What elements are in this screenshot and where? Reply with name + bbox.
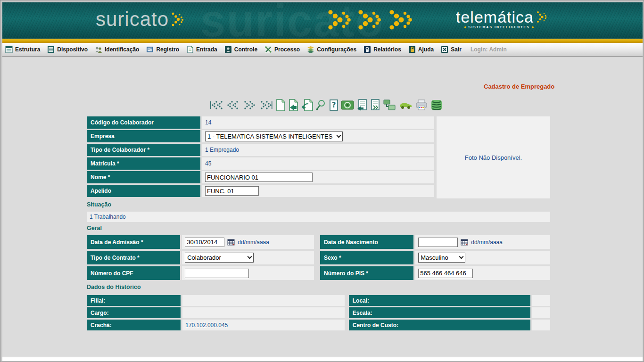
menu-item-label: Dispositivo <box>57 46 88 53</box>
form-row-contrato-sexo: Tipo de Contrato * Colaborador Sexo * Ma… <box>87 251 550 264</box>
dispositivo-icon <box>47 46 55 53</box>
menu-item-relatorios[interactable]: Relatórios <box>363 46 401 53</box>
banner: suricato suricato <box>2 2 643 39</box>
nascimento-label: Data de Nascimento <box>320 235 413 249</box>
vehicle-icon[interactable] <box>398 98 413 112</box>
nome-value-cell <box>202 171 434 183</box>
sexo-select[interactable]: Masculino <box>418 253 465 263</box>
centro-custo-label: Centro de Custo: <box>349 320 530 330</box>
form-row-cracha-centro-custo: Crachá: 170.102.000.045 Centro de Custo: <box>87 320 550 330</box>
menu-item-label: Registro <box>156 46 179 53</box>
footer-strip <box>2 357 643 361</box>
calendar-icon[interactable] <box>461 239 468 246</box>
sair-icon <box>441 46 448 53</box>
nav-first-icon[interactable] <box>209 98 224 112</box>
search-icon[interactable] <box>315 98 327 112</box>
report-edit-icon[interactable] <box>356 98 368 112</box>
menu-item-label: Configurações <box>317 46 356 53</box>
application-window: suricato suricato <box>0 0 644 362</box>
local-value <box>532 295 550 306</box>
escala-value <box>532 307 550 318</box>
ajuda-icon <box>408 46 416 53</box>
nascimento-date-input[interactable] <box>418 238 458 247</box>
nav-last-icon[interactable] <box>258 98 273 112</box>
help-document-icon[interactable]: ? <box>329 98 339 112</box>
menu-item-label: Controle <box>234 46 257 53</box>
suricato-logo-text: suricato <box>96 8 169 31</box>
photo-capture-icon[interactable] <box>341 98 354 112</box>
menu-item-controle[interactable]: Controle <box>224 46 257 53</box>
form-row-empresa: Empresa 1 - TELEMATICA SISTEMAS INTELIGE… <box>87 130 434 142</box>
record-toolbar: ? <box>209 98 443 112</box>
situacao-section-header: Situação <box>87 201 111 208</box>
calendar-icon[interactable] <box>227 239 235 246</box>
empresa-select[interactable]: 1 - TELEMATICA SISTEMAS INTELIGENTES <box>205 132 343 141</box>
nav-next-icon[interactable] <box>242 98 256 112</box>
new-record-icon[interactable] <box>275 98 286 112</box>
tagline-dot-icon <box>464 26 466 28</box>
badge-assign-icon[interactable] <box>383 98 396 112</box>
sexo-value-cell: Masculino <box>415 251 550 264</box>
empresa-label: Empresa <box>87 130 200 142</box>
matricula-label: Matrícula * <box>87 157 200 170</box>
report-forward-icon[interactable] <box>370 98 380 112</box>
tipo-colaborador-value: 1 Empregado <box>202 144 434 156</box>
menu-item-ajuda[interactable]: Ajuda <box>408 46 434 53</box>
print-icon[interactable] <box>415 98 428 112</box>
pis-input[interactable] <box>418 269 473 278</box>
report-list-icon[interactable] <box>430 98 443 112</box>
nome-input[interactable] <box>205 173 313 182</box>
local-label: Local: <box>349 295 530 306</box>
menu-item-entrada[interactable]: Entrada <box>186 46 217 53</box>
escala-label: Escala: <box>349 307 530 318</box>
menu-item-sair[interactable]: Sair <box>441 46 462 53</box>
cpf-value-cell <box>182 266 314 280</box>
form-row-cpf-pis: Número do CPF Número do PIS * <box>87 266 550 280</box>
menu-item-identificacao[interactable]: Identificação <box>95 46 139 53</box>
menu-item-registro[interactable]: Registro <box>146 46 179 53</box>
estrutura-icon <box>5 46 13 53</box>
apelido-value-cell <box>202 185 434 197</box>
photo-placeholder-text: Foto Não Disponível. <box>465 154 522 161</box>
suricato-dots-arrow-icon <box>171 10 183 29</box>
menu-item-estrutura[interactable]: Estrutura <box>5 46 40 53</box>
filial-value <box>182 295 345 306</box>
telematica-tagline-text: SISTEMAS INTELIGENTES <box>468 25 530 29</box>
menu-item-dispositivo[interactable]: Dispositivo <box>47 46 88 53</box>
undo-record-icon[interactable] <box>302 98 313 112</box>
form-row-matricula: Matrícula * 45 <box>87 157 434 170</box>
telematica-logo-text: telemática <box>456 9 534 25</box>
suricato-logo: suricato <box>96 8 183 31</box>
menu-item-configuracoes[interactable]: Configurações <box>307 46 356 53</box>
matricula-value: 45 <box>202 157 434 170</box>
relatorios-icon <box>363 46 371 53</box>
nav-previous-icon[interactable] <box>227 98 240 112</box>
geral-section-header: Geral <box>87 225 102 231</box>
gold-accent-bar <box>2 39 643 43</box>
menu-item-label: Identificação <box>105 46 139 53</box>
apelido-input[interactable] <box>205 186 259 196</box>
save-record-icon[interactable] <box>288 98 299 112</box>
menu-item-label: Entrada <box>196 46 217 53</box>
telematica-logo: telemática SISTEMAS INTELIGENTES <box>456 9 547 29</box>
main-menu: Estrutura Dispositivo Identificação Regi… <box>2 43 643 57</box>
cpf-input[interactable] <box>185 269 249 278</box>
apelido-label: Apelido <box>87 185 200 197</box>
login-status: Login: Admin <box>471 46 507 53</box>
admissao-label: Data de Admissão * <box>87 235 180 249</box>
contrato-value-cell: Colaborador <box>182 251 314 264</box>
telematica-tagline: SISTEMAS INTELIGENTES <box>456 25 534 29</box>
controle-icon <box>224 46 232 53</box>
admissao-value-cell: dd/mm/aaaa <box>182 235 314 249</box>
cargo-value <box>182 307 345 318</box>
cracha-label: Crachá: <box>87 320 181 330</box>
empresa-value-cell: 1 - TELEMATICA SISTEMAS INTELIGENTES <box>202 130 434 142</box>
admissao-date-input[interactable] <box>185 238 224 247</box>
filial-label: Filial: <box>87 295 181 306</box>
menu-item-label: Relatórios <box>373 46 401 53</box>
contrato-select[interactable]: Colaborador <box>185 253 254 263</box>
menu-item-processo[interactable]: Processo <box>264 46 300 53</box>
configuracoes-icon <box>307 46 314 53</box>
cpf-label: Número do CPF <box>87 266 180 280</box>
processo-icon <box>264 46 272 53</box>
